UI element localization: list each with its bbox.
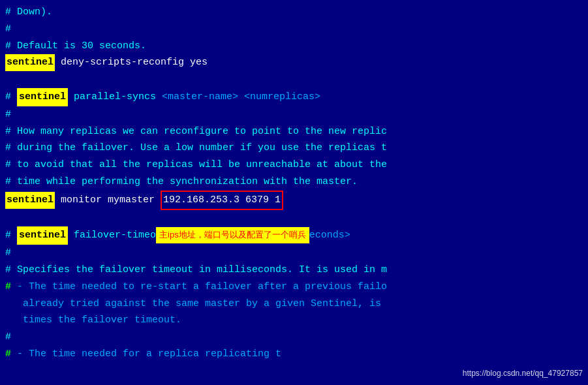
cmd-deny: deny-scripts-reconfig yes <box>55 54 208 71</box>
comment-avoid: # to avoid that all the replicas will be… <box>5 157 387 174</box>
line-12: sentinel monitor mymaster 192.168.253.3 … <box>5 191 583 210</box>
parallel-text: parallel-syncs <box>68 89 162 106</box>
restart-text: - The time needed to re-start a failover… <box>11 279 387 296</box>
comment-how: # How many replicas we can reconfigure t… <box>5 123 387 140</box>
comment-default: # Default is 30 seconds. <box>5 38 146 55</box>
hash-3: # <box>5 245 11 262</box>
line-7: # <box>5 106 583 123</box>
watermark: https://blog.csdn.net/qq_47927857 <box>463 367 583 380</box>
line-20: # <box>5 329 583 346</box>
line-3: # Default is 30 seconds. <box>5 38 583 55</box>
comment-specifies: # Specifies the failover timeout in mill… <box>5 262 387 279</box>
replica-text: - The time needed for a replica replicat… <box>11 346 281 363</box>
line-4: sentinel deny-scripts-reconfig yes <box>5 54 583 71</box>
line-5 <box>5 71 583 88</box>
line-10: # to avoid that all the replicas will be… <box>5 157 583 174</box>
hash-ps: # <box>5 89 17 106</box>
comment-time: # time while performing the synchronizat… <box>5 174 358 191</box>
angle-master: <master-name> <numreplicas> <box>162 89 320 106</box>
line-19: times the failover timeout. <box>5 312 583 329</box>
sentinel-keyword: sentinel <box>5 54 55 71</box>
indent-already: already tried against the same master by… <box>5 296 381 313</box>
hash-green-2: # <box>5 346 11 363</box>
hash-green-bullet: # <box>5 279 11 296</box>
ip-address: 192.168.253.3 6379 1 <box>163 194 281 206</box>
sentinel-failover-keyword: sentinel <box>17 226 68 245</box>
sentinel-monitor-keyword: sentinel <box>5 192 55 209</box>
hash-4: # <box>5 329 11 346</box>
line-17: # - The time needed to re-start a failov… <box>5 279 583 296</box>
line-21: # - The time needed for a replica replic… <box>5 346 583 363</box>
line-13 <box>5 210 583 227</box>
hash-2: # <box>5 106 11 123</box>
comment-hash: # <box>5 21 11 38</box>
indent-times: times the failover timeout. <box>5 312 181 329</box>
angle-econds: econds> <box>309 227 350 244</box>
line-15: # <box>5 245 583 262</box>
sentinel-keyword-2: sentinel <box>17 88 68 106</box>
code-editor: # Down). # # Default is 30 seconds. sent… <box>0 0 588 385</box>
monitor-text: monitor mymaster <box>55 192 161 209</box>
failover-text: failover-timeo <box>68 227 156 244</box>
line-1: # Down). <box>5 4 583 21</box>
comment-text: # Down). <box>5 4 52 21</box>
line-2: # <box>5 21 583 38</box>
line-16: # Specifies the failover timeout in mill… <box>5 262 583 279</box>
hash-fo: # <box>5 227 17 244</box>
tooltip-label: 主ips地址，端口号以及配置了一个哨兵 <box>156 227 309 243</box>
ip-highlight-box: 192.168.253.3 6379 1 <box>161 191 283 210</box>
line-18: already tried against the same master by… <box>5 296 583 313</box>
line-6: # sentinel parallel-syncs <master-name> … <box>5 88 583 106</box>
comment-during: # during the failover. Use a low number … <box>5 140 387 157</box>
line-8: # How many replicas we can reconfigure t… <box>5 123 583 140</box>
line-11: # time while performing the synchronizat… <box>5 174 583 191</box>
line-9: # during the failover. Use a low number … <box>5 140 583 157</box>
line-14: # sentinel failover-timeo 主ips地址，端口号以及配置… <box>5 226 583 245</box>
